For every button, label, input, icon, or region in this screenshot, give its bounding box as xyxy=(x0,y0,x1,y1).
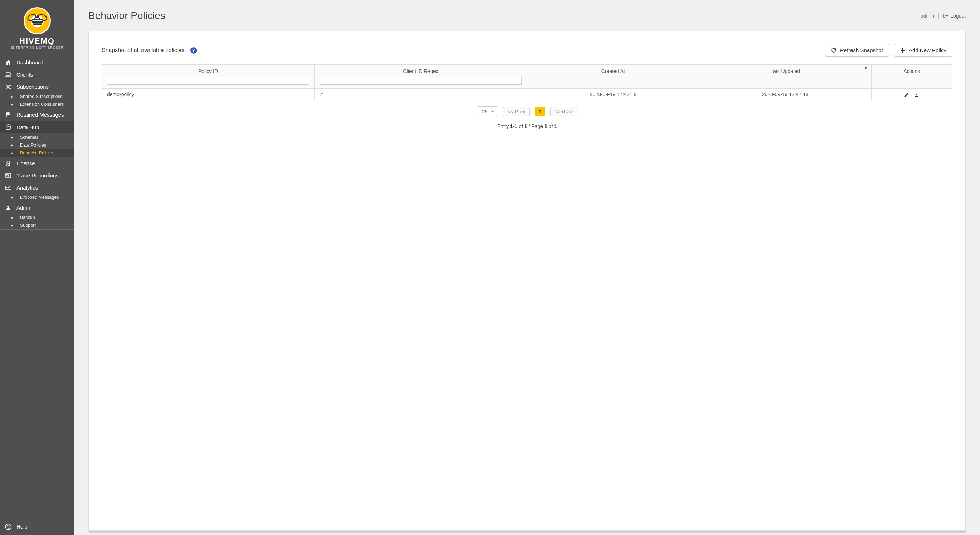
filter-policy-id[interactable] xyxy=(107,77,309,85)
cell-policy-id: demo-policy xyxy=(102,89,315,100)
page-size-select[interactable]: 25 xyxy=(477,106,498,117)
svg-point-6 xyxy=(7,161,10,164)
logo-block: HIVEMQ ENTERPRISE MQTT BROKER xyxy=(0,0,74,56)
panel-toolbar: Snapshot of all available policies. ? Re… xyxy=(102,44,953,57)
svg-point-9 xyxy=(7,206,9,208)
main-area: Behavior Policies admin Logout Snapshot … xyxy=(74,0,980,535)
cell-updated: 2023-09-19 17:47:18 xyxy=(699,89,871,100)
nav-help[interactable]: Help xyxy=(5,523,69,530)
plus-icon xyxy=(900,48,905,53)
divider xyxy=(939,13,939,19)
nav-analytics[interactable]: Analytics xyxy=(0,181,74,194)
nav-schemas[interactable]: ▶ Schemas xyxy=(0,133,74,141)
logout-icon xyxy=(943,13,948,18)
col-client-regex[interactable]: Client ID Regex xyxy=(315,65,527,89)
content-panel: Snapshot of all available policies. ? Re… xyxy=(88,31,966,531)
nav-clients[interactable]: Clients xyxy=(0,68,74,81)
nav-sub-label: Behavior Policies xyxy=(20,151,54,156)
nav-support[interactable]: ▶ Support xyxy=(0,221,74,229)
nav-label: License xyxy=(16,160,35,166)
logout-link[interactable]: Logout xyxy=(943,13,966,19)
caret-right-icon: ▶ xyxy=(11,144,14,147)
col-actions: Actions xyxy=(871,65,952,89)
user-block: admin Logout xyxy=(921,13,966,19)
brand-subtitle: ENTERPRISE MQTT BROKER xyxy=(0,46,74,49)
help-icon[interactable]: ? xyxy=(191,47,197,54)
nav-data-hub[interactable]: Data Hub xyxy=(0,121,74,133)
scrollbar-track[interactable] xyxy=(88,531,966,533)
caret-right-icon: ▶ xyxy=(11,136,14,139)
help-circle-icon xyxy=(5,523,11,530)
nav-subscriptions[interactable]: Subscriptions xyxy=(0,81,74,93)
nav-label: Admin xyxy=(16,205,32,211)
nav-retained-messages[interactable]: Retained Messages xyxy=(0,108,74,121)
nav-admin[interactable]: Admin xyxy=(0,202,74,213)
flag-icon xyxy=(5,111,11,117)
caret-right-icon: ▶ xyxy=(11,95,14,98)
nav-data-policies[interactable]: ▶ Data Policies xyxy=(0,141,74,149)
nav-sub-label: Schemas xyxy=(20,135,39,140)
col-created-at[interactable]: Created At xyxy=(527,65,699,89)
nav-dashboard[interactable]: Dashboard xyxy=(0,56,74,68)
nav-extension-consumers[interactable]: ▶ Extension Consumers xyxy=(0,100,74,108)
refresh-label: Refresh Snapshot xyxy=(840,47,883,53)
add-new-policy-button[interactable]: Add New Policy xyxy=(894,44,953,57)
nav-behavior-policies[interactable]: ▶ Behavior Policies xyxy=(0,149,74,157)
nav-label: Dashboard xyxy=(16,59,43,65)
cell-created: 2023-09-19 17:47:18 xyxy=(527,89,699,100)
nav-label: Subscriptions xyxy=(16,84,49,90)
nav-sub-label: Support xyxy=(20,223,36,228)
col-label: Client ID Regex xyxy=(403,68,438,74)
nav-trace-recordings[interactable]: Trace Recordings xyxy=(0,169,74,181)
cell-actions xyxy=(871,89,952,100)
caret-right-icon: ▶ xyxy=(11,152,14,155)
nav: Dashboard Clients Subscriptions ▶ Shared… xyxy=(0,56,74,518)
nav-backup[interactable]: ▶ Backup xyxy=(0,213,74,221)
current-page[interactable]: 1 xyxy=(535,107,546,116)
download-icon[interactable] xyxy=(914,92,919,97)
refresh-snapshot-button[interactable]: Refresh Snapshot xyxy=(825,44,889,57)
user-icon xyxy=(5,204,11,211)
nav-label: Clients xyxy=(16,71,33,78)
page-title: Behavior Policies xyxy=(88,10,165,21)
svg-point-5 xyxy=(6,125,10,126)
col-label: Last Updated xyxy=(770,68,800,74)
nav-sub-label: Dropped Messages xyxy=(20,195,59,200)
hivemq-logo-icon xyxy=(24,7,51,34)
snapshot-text: Snapshot of all available policies. xyxy=(102,47,186,54)
page-size-value: 25 xyxy=(482,109,488,114)
caret-right-icon: ▶ xyxy=(11,216,14,219)
table-row: demo-policy .* 2023-09-19 17:47:18 2023-… xyxy=(102,89,953,100)
caret-right-icon: ▶ xyxy=(11,196,14,199)
home-icon xyxy=(5,59,11,65)
next-page-button[interactable]: Next >> xyxy=(550,107,578,116)
prev-page-button[interactable]: << Prev xyxy=(503,107,530,116)
col-label: Created At xyxy=(601,68,625,74)
nav-label: Trace Recordings xyxy=(16,172,59,178)
col-policy-id[interactable]: Policy ID xyxy=(102,65,315,89)
nav-sub-label: Extension Consumers xyxy=(20,102,64,107)
nav-label: Analytics xyxy=(16,184,38,191)
sort-desc-icon: ▼ xyxy=(864,66,868,70)
entry-summary: Entry 1-1 of 1 / Page 1 of 1 xyxy=(102,123,953,129)
svg-point-8 xyxy=(7,174,9,176)
filter-client-regex[interactable] xyxy=(320,77,522,85)
col-last-updated[interactable]: ▼ Last Updated xyxy=(699,65,871,89)
caret-right-icon: ▶ xyxy=(11,103,14,106)
nav-sub-label: Backup xyxy=(20,215,35,220)
col-label: Policy ID xyxy=(198,68,218,74)
nav-license[interactable]: License xyxy=(0,157,74,169)
ribbon-icon xyxy=(5,160,11,166)
caret-right-icon: ▶ xyxy=(11,224,14,227)
sidebar: HIVEMQ ENTERPRISE MQTT BROKER Dashboard … xyxy=(0,0,74,535)
laptop-icon xyxy=(5,71,11,78)
edit-icon[interactable] xyxy=(904,92,909,97)
policies-table: Policy ID Client ID Regex Created At ▼ L… xyxy=(102,64,953,100)
logout-label: Logout xyxy=(950,13,966,19)
nav-label: Help xyxy=(16,524,27,530)
pagination: 25 << Prev 1 Next >> xyxy=(102,106,953,117)
nav-shared-subscriptions[interactable]: ▶ Shared Subscriptions xyxy=(0,93,74,100)
nav-dropped-messages[interactable]: ▶ Dropped Messages xyxy=(0,194,74,202)
current-user: admin xyxy=(921,13,934,19)
col-label: Actions xyxy=(904,68,920,74)
